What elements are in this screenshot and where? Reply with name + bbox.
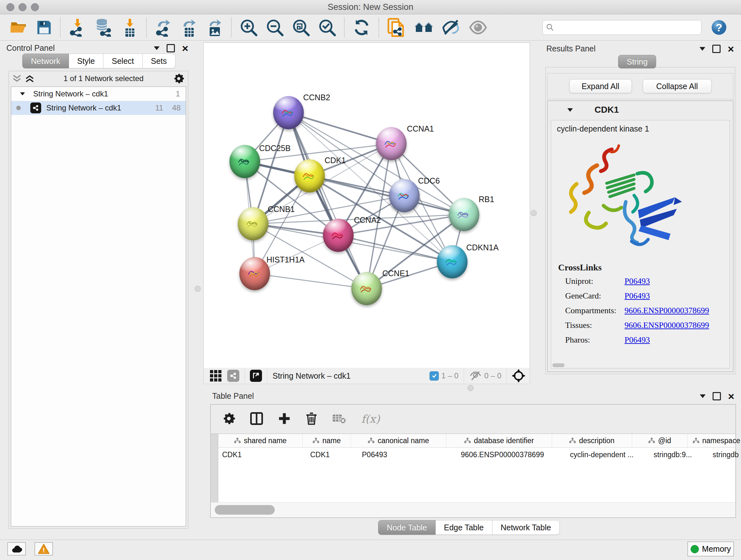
network-options-gear-icon[interactable] (173, 73, 184, 84)
column-header-name[interactable]: name (303, 434, 351, 447)
tab-node-table[interactable]: Node Table (378, 520, 435, 535)
save-session-button[interactable] (36, 19, 52, 36)
column-header-namespace[interactable]: namespace (688, 434, 741, 447)
open-in-window-icon[interactable] (250, 370, 262, 382)
network-node-CCNB1[interactable] (238, 207, 268, 240)
network-canvas[interactable]: CCNB2CCNA1CDC25BCDK1CDC6RB1CCNB1CCNA2CDK… (203, 43, 530, 368)
network-node-CCNB2[interactable] (273, 96, 304, 129)
network-row[interactable]: String Network – cdk1 11 48 (11, 101, 186, 115)
float-panel-icon[interactable] (166, 44, 175, 52)
hidden-eye-icon[interactable] (469, 371, 482, 381)
table-cell[interactable]: CDK1 (218, 448, 307, 462)
table-hscrollbar[interactable] (211, 502, 735, 517)
results-hscrollbar-thumb[interactable] (552, 363, 564, 367)
expand-all-icon[interactable] (25, 75, 34, 82)
network-collection-row[interactable]: String Network – cdk1 1 (11, 87, 186, 101)
zoom-out-button[interactable] (266, 18, 284, 37)
panel-menu-icon[interactable] (700, 394, 705, 398)
network-edge[interactable] (338, 235, 452, 262)
table-cell[interactable]: P06493 (358, 448, 457, 462)
delete-column-button[interactable] (304, 412, 320, 427)
delete-table-button[interactable] (330, 413, 348, 426)
right-splitter-handle[interactable] (531, 210, 537, 216)
column-header-database-identifier[interactable]: database identifier (447, 434, 552, 447)
column-header-shared-name[interactable]: shared name (218, 434, 303, 447)
birdseye-grid-icon[interactable] (210, 370, 221, 381)
crosslink-value-link[interactable]: 9606.ENSP00000378699 (624, 320, 709, 330)
crosslink-value-link[interactable]: P06493 (624, 335, 650, 345)
table-options-button[interactable] (220, 412, 237, 426)
column-header-@id[interactable]: @id (632, 434, 688, 447)
table-row[interactable]: CDK1CDK1P064939606.ENSP00000378699cyclin… (218, 448, 735, 462)
table-cell[interactable]: stringdb:9... (650, 448, 709, 462)
tree-expand-icon[interactable] (20, 92, 25, 96)
table-cell[interactable]: stringdb (709, 448, 741, 462)
entry-collapse-icon[interactable] (567, 108, 573, 112)
apply-layout-button[interactable] (353, 18, 370, 37)
float-panel-icon[interactable] (713, 392, 721, 400)
close-panel-icon[interactable]: × (182, 45, 188, 51)
network-node-RB1[interactable] (449, 198, 479, 231)
export-table-button[interactable] (180, 18, 198, 37)
network-edge[interactable] (255, 273, 367, 289)
show-hidden-button[interactable] (469, 20, 487, 35)
memory-button[interactable]: Memory (687, 542, 734, 557)
gene-entry-header[interactable]: CDK1 (548, 101, 733, 119)
float-panel-icon[interactable] (712, 45, 721, 53)
show-all-networks-button[interactable] (414, 19, 434, 36)
close-panel-icon[interactable]: × (728, 46, 734, 52)
clone-network-button[interactable] (387, 17, 406, 37)
center-view-crosshair-icon[interactable] (512, 369, 525, 382)
tab-string[interactable]: String (618, 55, 656, 68)
table-cell[interactable]: 9606.ENSP00000378699 (457, 448, 566, 462)
create-column-button[interactable] (276, 412, 293, 426)
table-cell[interactable]: CDK1 (307, 448, 358, 462)
crosslink-value-link[interactable]: P06493 (624, 291, 650, 301)
tab-network[interactable]: Network (22, 54, 69, 68)
network-node-HIST1H1A[interactable] (239, 257, 270, 290)
zoom-selected-button[interactable] (318, 18, 336, 37)
export-network-button[interactable] (155, 18, 172, 37)
table-hscrollbar-thumb[interactable] (215, 505, 275, 515)
export-image-button[interactable] (206, 18, 223, 37)
collapse-all-button[interactable]: Collapse All (643, 79, 712, 93)
network-node-CCNA1[interactable] (376, 127, 407, 160)
tab-network-table[interactable]: Network Table (492, 520, 560, 535)
import-table-button[interactable] (121, 18, 138, 37)
zoom-in-button[interactable] (240, 18, 258, 37)
network-node-CDKN1A[interactable] (437, 245, 468, 278)
selected-count-checkbox[interactable] (429, 371, 439, 381)
network-edge[interactable] (288, 113, 391, 144)
column-header-canonical-name[interactable]: canonical name (351, 434, 447, 447)
network-node-CDC25B[interactable] (229, 145, 260, 178)
show-columns-button[interactable] (248, 412, 265, 427)
function-builder-button[interactable]: f(x) (361, 413, 380, 425)
table-cell[interactable]: cyclin-dependent ... (566, 448, 650, 462)
tab-style[interactable]: Style (69, 54, 104, 68)
bottom-splitter-handle[interactable] (468, 385, 474, 391)
column-header-description[interactable]: description (552, 434, 632, 447)
crosslink-value-link[interactable]: 9606.ENSP00000378699 (624, 306, 709, 315)
panel-menu-icon[interactable] (699, 47, 705, 51)
network-node-CCNE1[interactable] (351, 272, 382, 305)
tab-sets[interactable]: Sets (143, 54, 176, 68)
panel-menu-icon[interactable] (154, 46, 159, 50)
warning-status-button[interactable]: ! (35, 542, 53, 556)
open-session-button[interactable] (10, 20, 28, 35)
tab-edge-table[interactable]: Edge Table (435, 520, 492, 535)
import-network-from-database-button[interactable] (94, 18, 113, 37)
search-input[interactable] (554, 21, 701, 34)
hide-selected-button[interactable] (442, 19, 461, 36)
close-panel-icon[interactable]: × (728, 393, 734, 399)
help-button[interactable]: ? (711, 19, 727, 36)
string-badge-icon[interactable] (227, 370, 239, 382)
collapse-all-icon[interactable] (13, 75, 21, 82)
expand-all-button[interactable]: Expand All (569, 79, 632, 93)
cloud-status-button[interactable] (7, 542, 26, 556)
crosslink-value-link[interactable]: P06493 (624, 276, 650, 286)
tab-select[interactable]: Select (104, 54, 142, 68)
network-node-CDC6[interactable] (389, 179, 420, 212)
network-node-CDK1[interactable] (294, 159, 325, 192)
left-splitter-handle[interactable] (195, 286, 201, 292)
zoom-fit-button[interactable] (292, 18, 310, 37)
